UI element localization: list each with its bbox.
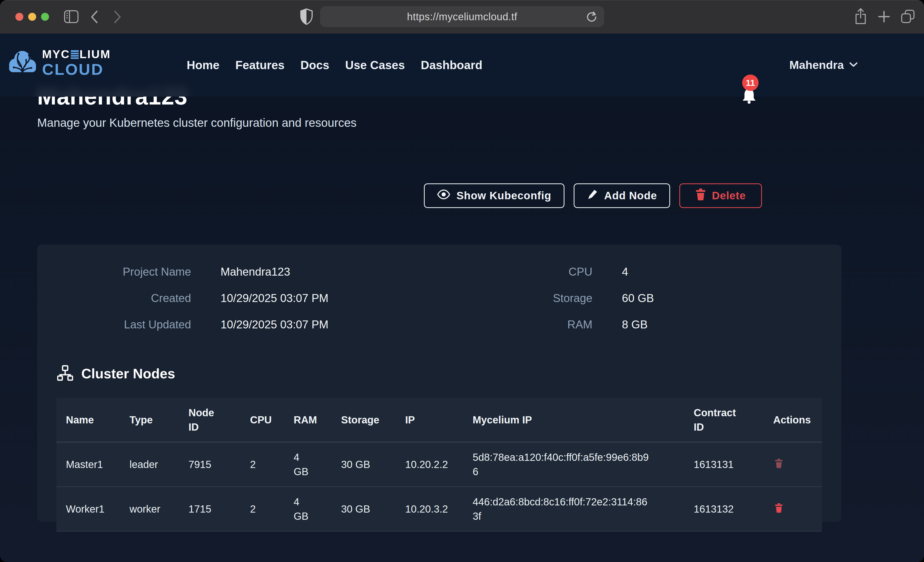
- show-kubeconfig-button[interactable]: Show Kubeconfig: [424, 184, 564, 208]
- cluster-actions-row: Show Kubeconfig Add Node: [424, 184, 762, 208]
- zoom-window-button[interactable]: [41, 13, 49, 21]
- col-ram: RAM: [284, 398, 332, 442]
- page-subtitle: Manage your Kubernetes cluster configura…: [37, 116, 357, 130]
- brand-e-glyph: [71, 50, 79, 59]
- node-name: Master1: [56, 442, 120, 487]
- node-ram: 4 GB: [284, 442, 332, 487]
- show-kubeconfig-label: Show Kubeconfig: [456, 190, 551, 202]
- col-cpu: CPU: [240, 398, 284, 442]
- notifications-button[interactable]: 11: [740, 34, 773, 97]
- node-name: Worker1: [56, 487, 120, 531]
- network-nodes-icon: [57, 365, 73, 382]
- col-contract-id: Contract ID: [684, 398, 764, 442]
- nav-links: Home Features Docs Use Cases Dashboard: [187, 34, 482, 97]
- info-row-cpu: CPU 4: [37, 259, 628, 285]
- delete-label: Delete: [712, 190, 746, 202]
- mycelium-tree-icon: [7, 48, 38, 78]
- add-node-button[interactable]: Add Node: [574, 184, 670, 208]
- cluster-nodes-header: Cluster Nodes: [57, 365, 175, 382]
- brand-wordmark: MYCLIUM CLOUD: [42, 48, 111, 77]
- node-storage: 30 GB: [332, 487, 396, 531]
- chevron-down-icon: [849, 62, 858, 69]
- table-header-row: Name Type Node ID CPU RAM Storage IP Myc…: [56, 398, 822, 442]
- cluster-detail-panel: Project Name Mahendra123 Created 10/29/2…: [37, 245, 842, 522]
- user-menu[interactable]: Mahendra: [789, 34, 858, 97]
- eye-icon: [437, 189, 450, 202]
- storage-value: 60 GB: [622, 292, 654, 305]
- col-storage: Storage: [332, 398, 396, 442]
- node-ip: 10.20.2.2: [396, 442, 463, 487]
- user-name: Mahendra: [789, 58, 844, 72]
- node-ip: 10.20.3.2: [396, 487, 463, 531]
- nav-item-docs[interactable]: Docs: [301, 58, 329, 72]
- trash-icon: [775, 465, 783, 469]
- cluster-nodes-title: Cluster Nodes: [81, 366, 175, 381]
- node-mycelium-ip: 446:d2a6:8bcd:8c16:ff0f:72e2:3114:863f: [463, 487, 684, 531]
- nav-item-use-cases[interactable]: Use Cases: [345, 58, 405, 72]
- cluster-nodes-table: Name Type Node ID CPU RAM Storage IP Myc…: [56, 398, 822, 532]
- node-id: 1715: [179, 487, 240, 531]
- info-row-ram: RAM 8 GB: [37, 311, 648, 338]
- delete-cluster-button[interactable]: Delete: [680, 184, 762, 208]
- col-ip: IP: [396, 398, 463, 442]
- screenshot-stage: Mahendra123 Manage your Kubernetes clust…: [0, 0, 924, 562]
- cpu-label: CPU: [502, 265, 592, 278]
- node-cpu: 2: [240, 487, 284, 531]
- nav-item-features[interactable]: Features: [236, 58, 285, 72]
- col-mycelium-ip: Mycelium IP: [463, 398, 684, 442]
- trash-icon: [696, 188, 706, 203]
- ram-label: RAM: [502, 318, 592, 331]
- node-type: worker: [120, 487, 179, 531]
- info-row-storage: Storage 60 GB: [37, 285, 654, 311]
- browser-window: Mahendra123 Manage your Kubernetes clust…: [0, 0, 924, 562]
- brand-line1: MYCLIUM: [42, 48, 111, 60]
- url-text: https://myceliumcloud.tf: [407, 11, 517, 22]
- nav-item-dashboard[interactable]: Dashboard: [421, 58, 482, 72]
- table-row: Worker1 worker 1715 2 4 GB 30 GB 10.20.3…: [56, 487, 822, 531]
- node-cpu: 2: [240, 442, 284, 487]
- pencil-icon: [587, 189, 598, 203]
- ram-value: 8 GB: [622, 318, 648, 331]
- add-node-label: Add Node: [604, 190, 657, 202]
- col-node-id: Node ID: [179, 398, 240, 442]
- minimize-window-button[interactable]: [28, 13, 36, 21]
- node-ram: 4 GB: [284, 487, 332, 531]
- node-mycelium-ip: 5d8:78ea:a120:f40c:ff0f:a5fe:99e6:8b96: [463, 442, 684, 487]
- col-type: Type: [120, 398, 179, 442]
- brand-logo[interactable]: MYCLIUM CLOUD: [7, 48, 111, 78]
- delete-node-button[interactable]: [773, 502, 784, 515]
- col-actions: Actions: [764, 398, 822, 442]
- node-contract-id: 1613131: [684, 442, 764, 487]
- browser-chrome: https://myceliumcloud.tf: [0, 0, 924, 34]
- node-id: 7915: [179, 442, 240, 487]
- cpu-value: 4: [622, 265, 628, 278]
- close-window-button[interactable]: [15, 13, 23, 21]
- node-type: leader: [120, 442, 179, 487]
- nav-item-home[interactable]: Home: [187, 58, 219, 72]
- site-navbar: MYCLIUM CLOUD Home Features Docs Use Cas…: [0, 34, 924, 97]
- trash-icon: [775, 510, 783, 514]
- node-contract-id: 1613132: [684, 487, 764, 531]
- url-bar[interactable]: https://myceliumcloud.tf: [320, 6, 604, 27]
- table-row: Master1 leader 7915 2 4 GB 30 GB 10.20.2…: [56, 442, 822, 487]
- brand-line2: CLOUD: [42, 61, 111, 77]
- col-name: Name: [56, 398, 120, 442]
- node-storage: 30 GB: [332, 442, 396, 487]
- notification-badge: 11: [742, 75, 759, 91]
- storage-label: Storage: [502, 292, 592, 305]
- delete-node-button[interactable]: [773, 457, 784, 471]
